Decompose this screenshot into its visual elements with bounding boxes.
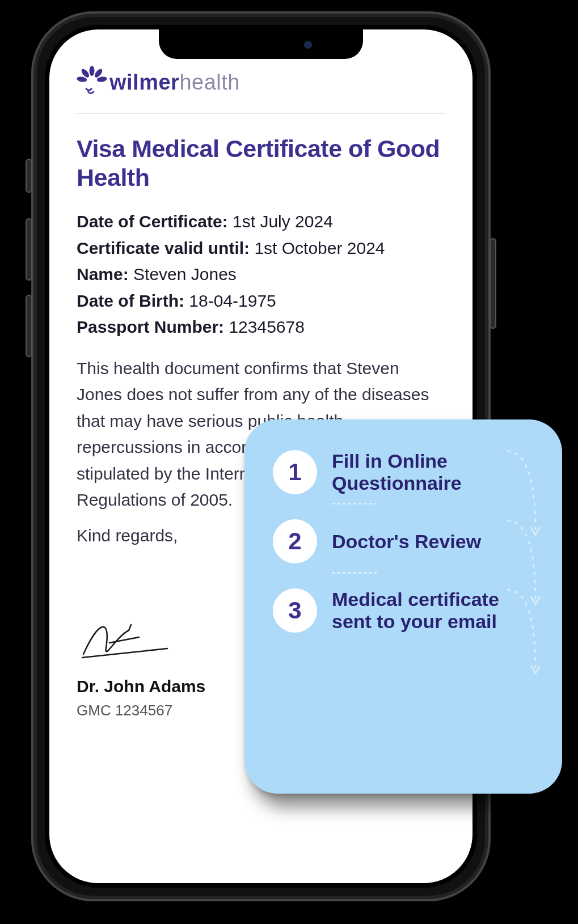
leaf-burst-icon (77, 66, 107, 99)
field-value: 1st July 2024 (233, 212, 333, 231)
step-number-badge: 1 (273, 450, 317, 494)
step-number-badge: 2 (273, 519, 317, 563)
field-value: 1st October 2024 (254, 239, 385, 257)
field-label: Certificate valid until: (77, 239, 250, 257)
step-label: Doctor's Review (332, 531, 481, 553)
header-divider (77, 113, 445, 114)
field-value: Steven Jones (133, 265, 237, 283)
certificate-title: Visa Medical Certificate of Good Health (77, 134, 445, 192)
field-label: Passport Number: (77, 317, 224, 336)
phone-side-button (26, 295, 32, 357)
step-label: Fill in Online Questionnaire (332, 450, 525, 494)
svg-point-0 (90, 66, 95, 76)
dashed-arrow-icon (504, 585, 538, 681)
step-item: 2 Doctor's Review (273, 519, 534, 563)
brand-logo: wilmerhealth (77, 63, 445, 113)
step-item: 3 Medical certificate sent to your email (273, 588, 534, 633)
phone-notch (159, 29, 363, 59)
svg-point-4 (77, 76, 87, 83)
field-value: 18-04-1975 (189, 291, 276, 310)
phone-side-button (26, 159, 32, 193)
field-value: 12345678 (229, 317, 304, 336)
step-number-badge: 3 (273, 588, 317, 633)
certificate-fields: Date of Certificate: 1st July 2024 Certi… (77, 209, 445, 341)
step-label: Medical certificate sent to your email (332, 588, 525, 633)
field-label: Date of Certificate: (77, 212, 228, 231)
svg-point-2 (96, 76, 107, 83)
brand-wordmark: wilmerhealth (109, 70, 240, 95)
field-label: Date of Birth: (77, 291, 184, 310)
phone-side-button (490, 238, 496, 329)
phone-side-button (26, 218, 32, 281)
step-underline (332, 503, 377, 505)
step-item: 1 Fill in Online Questionnaire (273, 450, 534, 494)
step-underline (332, 572, 377, 574)
steps-card: 1 Fill in Online Questionnaire 2 Doctor'… (244, 419, 562, 794)
field-label: Name: (77, 265, 129, 283)
